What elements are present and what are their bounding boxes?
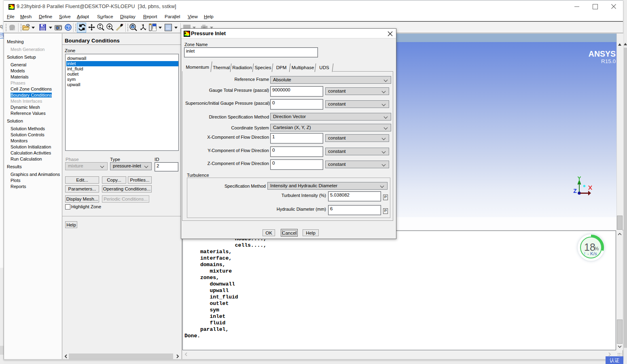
svg-text:Y: Y xyxy=(142,24,143,26)
svg-text:Z: Z xyxy=(573,188,577,195)
svg-text:?: ? xyxy=(67,25,70,30)
svg-text:%: % xyxy=(595,246,599,252)
svg-text:- K/s: - K/s xyxy=(587,251,597,256)
svg-text:↑: ↑ xyxy=(583,251,586,256)
